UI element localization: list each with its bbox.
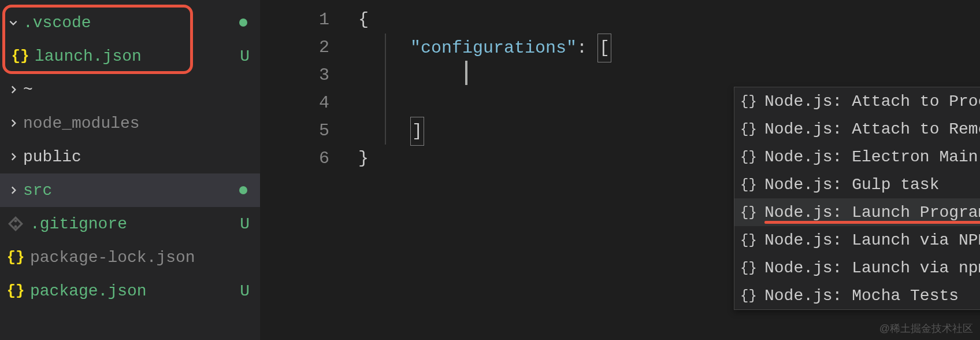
chevron-down-icon[interactable] (7, 16, 20, 29)
tree-item-label: ~ (23, 81, 260, 99)
git-status-badge: U (240, 282, 250, 300)
suggest-item-label: Node.js: Launch via npm (764, 259, 980, 277)
suggest-item[interactable]: {}Node.js: Attach to Remote Program (734, 115, 980, 143)
git-status-badge: U (240, 47, 250, 65)
tree-item-label: package-lock.json (30, 249, 260, 267)
line-number: 2 (260, 34, 329, 61)
code-token: ] (410, 117, 424, 146)
intellisense-suggest-widget[interactable]: {}Node.js: Attach to Process{}Node.js: A… (734, 87, 980, 310)
snippet-icon: {} (740, 121, 758, 137)
tree-item--[interactable]: ~ (0, 73, 260, 106)
tree-item-package-lock-json[interactable]: {}package-lock.json (0, 241, 260, 274)
tree-item-label: node_modules (23, 114, 260, 132)
tree-item-label: .vscode (23, 14, 239, 32)
suggest-item[interactable]: {}Node.js: Launch via NPM (734, 226, 980, 254)
chevron-right-icon[interactable] (7, 150, 20, 163)
tree-item-launch-json[interactable]: {}launch.jsonU (0, 39, 260, 73)
suggest-item[interactable]: {}Node.js: Launch via npm (734, 254, 980, 282)
suggest-item[interactable]: {}Node.js: Gulp task (734, 171, 980, 198)
json-file-icon: {} (12, 47, 29, 65)
editor-pane: 123456 { "configurations": [ ] } {}Node.… (260, 0, 980, 340)
snippet-icon: {} (740, 94, 758, 109)
git-file-icon (7, 215, 24, 232)
tree-item-label: public (23, 148, 260, 166)
code-token: "configurations" (410, 38, 577, 58)
line-number: 5 (260, 117, 329, 145)
code-token: } (358, 149, 369, 168)
file-explorer: .vscode{}launch.jsonU~node_modulespublic… (0, 0, 260, 340)
snippet-icon: {} (740, 205, 758, 220)
line-number: 1 (260, 6, 329, 34)
tree-item-src[interactable]: src (0, 173, 260, 207)
tree-item-node-modules[interactable]: node_modules (0, 106, 260, 140)
tree-item-label: .gitignore (30, 215, 240, 233)
modified-indicator-icon (239, 19, 247, 27)
suggest-item-label: Node.js: Electron Main (764, 148, 978, 166)
tree-item--vscode[interactable]: .vscode (0, 6, 260, 39)
suggest-item-label: Node.js: Launch via NPM (764, 231, 980, 249)
suggest-item[interactable]: {}Node.js: Electron Main (734, 143, 980, 171)
chevron-right-icon[interactable] (7, 83, 20, 96)
indent-guide (385, 34, 386, 145)
suggest-item[interactable]: {}Node.js: Attach to Process (734, 87, 980, 115)
json-file-icon: {} (7, 282, 24, 300)
suggest-item-label: Node.js: Mocha Tests (764, 287, 959, 305)
snippet-icon: {} (740, 232, 758, 248)
line-number: 6 (260, 145, 329, 172)
chevron-right-icon[interactable] (7, 184, 20, 197)
suggest-item-label: Node.js: Attach to Process (764, 93, 980, 110)
code-token: [ (597, 34, 611, 62)
snippet-icon: {} (740, 260, 758, 276)
annotation-underline (764, 221, 980, 224)
git-status-badge: U (240, 215, 250, 233)
tree-item-label: launch.json (35, 47, 240, 65)
code-token: { (358, 10, 369, 29)
snippet-icon: {} (740, 149, 758, 165)
suggest-item-label: Node.js: Gulp task (764, 176, 939, 194)
svg-point-0 (14, 220, 17, 223)
tree-item-label: package.json (30, 282, 240, 300)
tree-item-label: src (23, 182, 239, 199)
line-number: 4 (260, 89, 329, 117)
suggest-item-label: Node.js: Launch Program (764, 204, 980, 221)
tree-item-public[interactable]: public (0, 140, 260, 173)
snippet-icon: {} (740, 288, 758, 304)
snippet-icon: {} (740, 177, 758, 193)
modified-indicator-icon (239, 186, 247, 194)
line-number: 3 (260, 61, 329, 89)
tree-item-package-json[interactable]: {}package.jsonU (0, 274, 260, 308)
suggest-item[interactable]: {}Node.js: Launch Program (734, 198, 980, 226)
chevron-right-icon[interactable] (7, 117, 20, 130)
svg-point-1 (14, 225, 17, 228)
line-number-gutter: 123456 (260, 0, 358, 340)
code-token: : (577, 38, 597, 58)
suggest-item[interactable]: {}Node.js: Mocha Tests (734, 282, 980, 309)
watermark-text: @稀土掘金技术社区 (879, 321, 973, 335)
json-file-icon: {} (7, 249, 24, 266)
suggest-item-label: Node.js: Attach to Remote Program (764, 120, 980, 138)
tree-item--gitignore[interactable]: .gitignoreU (0, 207, 260, 241)
text-cursor (465, 61, 467, 85)
